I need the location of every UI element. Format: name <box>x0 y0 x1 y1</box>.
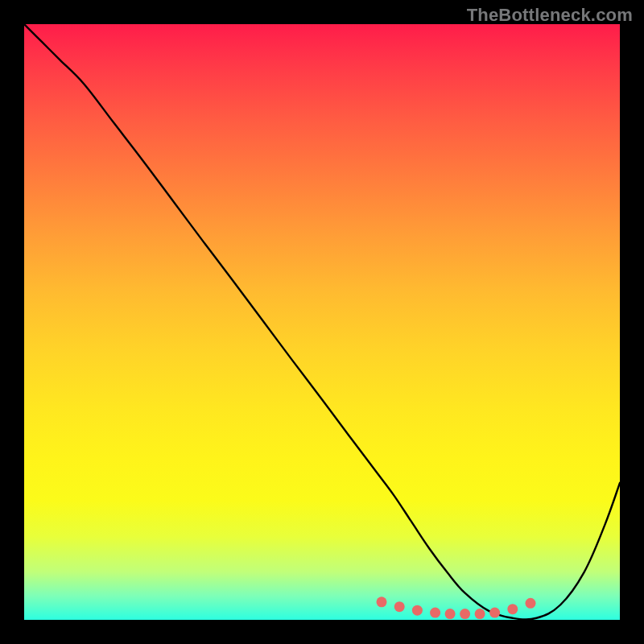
valley-dot <box>507 604 518 614</box>
bottleneck-curve <box>24 24 620 620</box>
valley-dot <box>489 608 500 618</box>
valley-dot <box>377 597 387 607</box>
valley-dot <box>430 608 440 618</box>
valley-dot <box>394 601 405 612</box>
chart-root: TheBottleneck.com <box>0 0 644 644</box>
bottom-dot-cluster <box>377 597 536 619</box>
valley-dot <box>460 609 470 619</box>
watermark-text: TheBottleneck.com <box>467 5 633 26</box>
curve-svg <box>24 24 620 620</box>
valley-dot <box>526 598 536 609</box>
valley-dot <box>412 605 423 616</box>
plot-area <box>24 24 620 620</box>
valley-dot <box>475 609 485 619</box>
valley-dot <box>445 609 456 619</box>
